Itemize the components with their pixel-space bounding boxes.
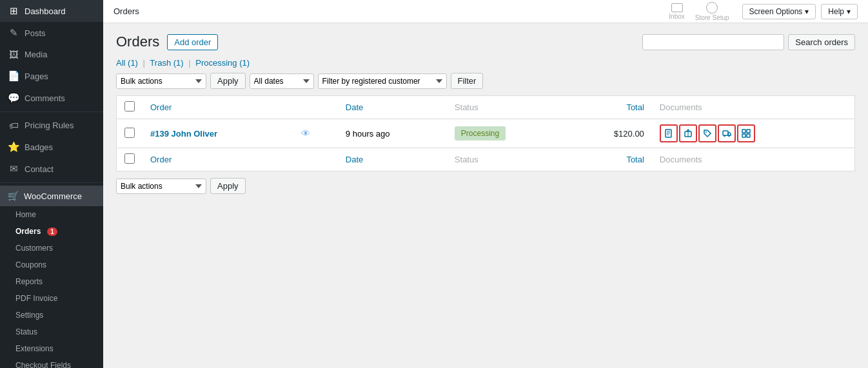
woocommerce-label: WooCommerce [24, 191, 82, 201]
search-row: Search orders [642, 34, 855, 50]
row-checkbox[interactable] [124, 128, 135, 138]
select-all-checkbox[interactable] [124, 101, 135, 111]
screen-options-button[interactable]: Screen Options ▾ [742, 4, 816, 19]
th-checkbox [117, 96, 143, 119]
sidebar-item-label: Posts [25, 28, 46, 38]
doc-icon-delivery[interactable] [718, 124, 736, 142]
sidebar-item-contact[interactable]: ✉ Contact [0, 158, 103, 180]
order-total: $120.00 [614, 129, 644, 139]
help-label: Help [828, 7, 844, 16]
comments-icon: 💬 [8, 92, 19, 104]
status-link-trash[interactable]: Trash (1) [150, 58, 183, 68]
sidebar-item-reports[interactable]: Reports [0, 273, 103, 290]
svg-rect-13 [747, 134, 750, 137]
orders-table: Order Date Status Total Documents #139 J… [116, 95, 855, 171]
svg-point-6 [705, 131, 707, 133]
sidebar-item-label: Comments [25, 93, 65, 103]
search-orders-button[interactable]: Search orders [788, 34, 855, 50]
th-date[interactable]: Date [338, 96, 447, 119]
woocommerce-icon: 🛒 [8, 191, 19, 201]
help-button[interactable]: Help ▾ [821, 4, 858, 19]
apply-button-bottom[interactable]: Apply [210, 178, 246, 194]
tfoot-order[interactable]: Order [143, 148, 293, 171]
store-setup-label: Store Setup [695, 14, 729, 21]
tfoot-total[interactable]: Total [568, 148, 651, 171]
topbar-actions: Inbox Store Setup [669, 2, 729, 21]
doc-icon-bulk[interactable] [737, 124, 755, 142]
bulk-actions-select-top[interactable]: Bulk actions [116, 73, 206, 89]
sidebar-item-coupons[interactable]: Coupons [0, 257, 103, 273]
bulk-actions-select-bottom[interactable]: Bulk actions [116, 179, 206, 194]
woocommerce-header[interactable]: 🛒 WooCommerce [0, 186, 103, 206]
sidebar-item-media[interactable]: 🖼 Media [0, 44, 103, 65]
sidebar-item-orders[interactable]: Orders 1 [0, 223, 103, 240]
doc-icon-package[interactable] [679, 124, 697, 142]
tfoot-status: Status [447, 148, 569, 171]
checkout-fields-label: Checkout Fields [15, 361, 71, 368]
row-eye-cell: 👁 [293, 119, 338, 148]
badges-icon: ⭐ [8, 141, 19, 153]
eye-icon[interactable]: 👁 [301, 128, 310, 139]
search-input[interactable] [642, 34, 784, 50]
doc-icon-label[interactable] [698, 124, 716, 142]
apply-button-top[interactable]: Apply [210, 73, 246, 89]
sidebar-item-checkout-fields[interactable]: Checkout Fields [0, 357, 103, 368]
sidebar: ⊞ Dashboard ✎ Posts 🖼 Media 📄 Pages 💬 Co… [0, 0, 103, 368]
pricing-rules-icon: 🏷 [8, 120, 19, 131]
customers-label: Customers [15, 244, 53, 253]
order-link[interactable]: #139 John Oliver [150, 129, 217, 139]
th-total[interactable]: Total [568, 96, 651, 119]
sidebar-item-label: Media [25, 50, 47, 59]
coupons-label: Coupons [15, 260, 46, 269]
customer-filter-select[interactable]: Filter by registered customer [318, 73, 447, 89]
sidebar-item-label: Pages [25, 72, 48, 81]
status-link-all[interactable]: All (1) [116, 58, 138, 68]
svg-rect-12 [742, 134, 745, 137]
topbar-right: Inbox Store Setup Screen Options ▾ Help … [669, 2, 858, 21]
row-date-cell: 9 hours ago [338, 119, 447, 148]
inbox-button[interactable]: Inbox [669, 3, 684, 20]
select-all-checkbox-bottom[interactable] [124, 153, 135, 164]
row-order-cell: #139 John Oliver [143, 119, 293, 148]
date-filter-select[interactable]: All dates [250, 73, 314, 89]
main-content: Orders Inbox Store Setup Screen Options … [103, 0, 868, 368]
pages-icon: 📄 [8, 70, 19, 82]
sidebar-item-pdf-invoice[interactable]: PDF Invoice [0, 290, 103, 307]
tfoot-date[interactable]: Date [338, 148, 447, 171]
doc-icon-invoice[interactable] [660, 124, 678, 142]
contact-icon: ✉ [8, 163, 19, 175]
tfoot-documents: Documents [652, 148, 855, 171]
sidebar-item-status[interactable]: Status [0, 324, 103, 340]
th-order[interactable]: Order [143, 96, 293, 119]
media-icon: 🖼 [8, 49, 19, 60]
status-badge: Processing [455, 126, 506, 140]
svg-point-9 [728, 135, 729, 137]
sidebar-item-label: Pricing Rules [25, 121, 74, 130]
store-setup-button[interactable]: Store Setup [695, 2, 729, 21]
topbar-title: Orders [113, 6, 139, 16]
sidebar-item-label: Dashboard [25, 6, 66, 16]
sidebar-item-settings[interactable]: Settings [0, 307, 103, 324]
th-documents: Documents [652, 96, 855, 119]
filter-button[interactable]: Filter [451, 73, 484, 89]
page-content: Orders Add order Search orders All (1) |… [103, 23, 868, 368]
extensions-label: Extensions [15, 344, 54, 353]
sidebar-item-dashboard[interactable]: ⊞ Dashboard [0, 0, 103, 22]
sidebar-item-pages[interactable]: 📄 Pages [0, 65, 103, 87]
row-total-cell: $120.00 [568, 119, 651, 148]
th-status: Status [447, 96, 569, 119]
sidebar-item-badges[interactable]: ⭐ Badges [0, 136, 103, 158]
page-header-left: Orders Add order [116, 34, 218, 50]
sidebar-item-comments[interactable]: 💬 Comments [0, 87, 103, 109]
sidebar-item-pricing-rules[interactable]: 🏷 Pricing Rules [0, 115, 103, 136]
sidebar-item-extensions[interactable]: Extensions [0, 340, 103, 357]
sidebar-item-posts[interactable]: ✎ Posts [0, 22, 103, 44]
add-order-button[interactable]: Add order [167, 34, 218, 50]
settings-label: Settings [15, 311, 43, 320]
sidebar-item-customers[interactable]: Customers [0, 240, 103, 257]
orders-label: Orders [15, 227, 41, 236]
status-link-processing[interactable]: Processing (1) [195, 58, 250, 68]
sidebar-divider [0, 111, 103, 112]
posts-icon: ✎ [8, 27, 19, 39]
sidebar-item-home[interactable]: Home [0, 206, 103, 223]
